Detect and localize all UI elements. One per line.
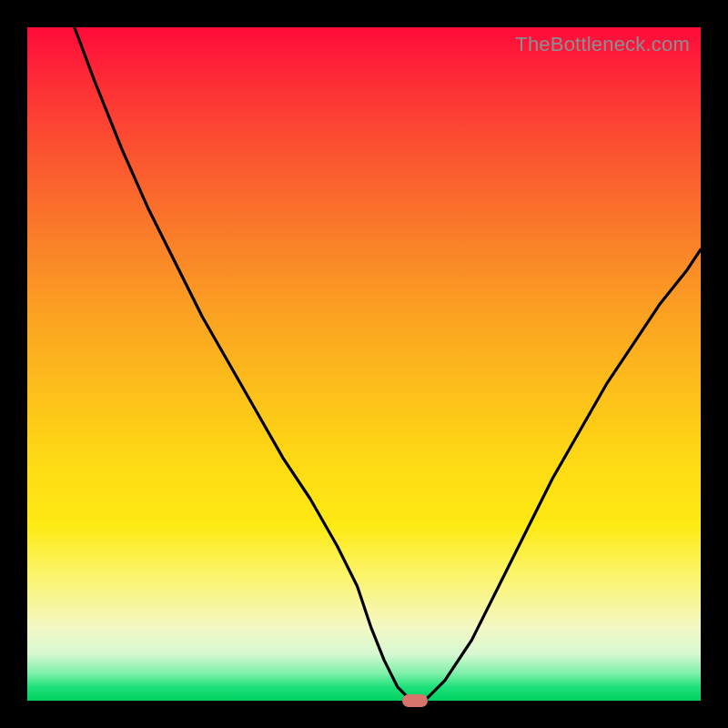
optimal-point-marker (402, 694, 428, 707)
plot-area: TheBottleneck.com (27, 27, 701, 701)
curve-path (75, 27, 701, 701)
bottleneck-curve (27, 27, 701, 701)
chart-frame: TheBottleneck.com (0, 0, 728, 728)
